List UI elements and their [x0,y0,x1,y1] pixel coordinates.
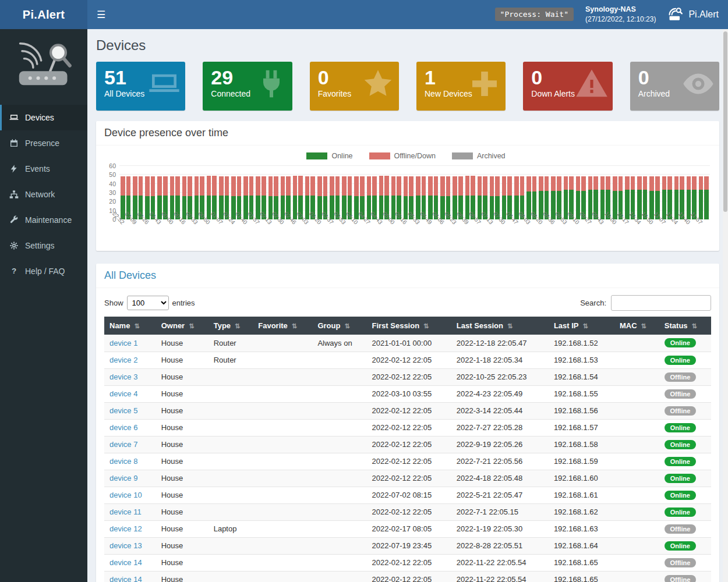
status-badge: Offline [665,558,696,567]
bar-segment-offline-down [564,176,568,190]
chart-bar-group [661,166,673,219]
legend-item-online[interactable]: Online [306,152,352,160]
chart-bar [428,166,433,219]
cell-type [208,402,253,419]
bar-segment-offline-down [593,176,598,190]
sidebar-item-network[interactable]: Network [0,182,87,207]
sidebar-item-maintenance[interactable]: Maintenance [0,207,87,233]
sidebar-item-label: Maintenance [25,215,72,225]
column-header-label: Type [214,321,231,330]
brand-logo[interactable]: Pi.Alert [0,0,87,29]
page-size-select[interactable]: 100 [127,296,169,310]
legend-swatch [452,152,473,159]
navbar-brand-right[interactable]: Pi.Alert [667,5,719,24]
chart-bar [404,166,408,219]
bar-segment-offline-down [502,176,507,195]
sidebar-item-presence[interactable]: Presence [0,130,87,156]
column-header-first-session[interactable]: First Session⇅ [366,317,451,335]
bar-segment-offline-down [212,176,217,196]
device-link[interactable]: device 3 [109,372,137,381]
chart-x-axis: 22:5223:0923:2623:4300:0000:1600:3300:50… [119,219,710,249]
chart-bar-group [119,166,132,219]
table-row: device 14House2022-02-12 22:052022-11-22… [104,554,711,571]
stat-card-all-devices[interactable]: 51All Devices [96,62,185,111]
stat-card-down-alerts[interactable]: 0Down Alerts [523,62,612,111]
brand-logo-text: Pi.Alert [23,8,65,22]
column-header-owner[interactable]: Owner⇅ [156,317,208,335]
cell-first-session: 2022-02-12 22:05 [366,571,451,582]
bar-segment-offline-down [268,176,273,196]
sort-icon: ⇅ [134,322,139,329]
table-row: device 8House2022-02-12 22:052022-7-21 2… [104,453,711,470]
column-header-favorite[interactable]: Favorite⇅ [253,317,312,335]
device-link[interactable]: device 4 [109,389,137,398]
column-header-status[interactable]: Status⇅ [659,317,711,335]
chart-bar-group [624,166,636,219]
cell-favorite [253,503,312,520]
device-link[interactable]: device 11 [109,508,142,516]
sidebar-item-help-faq[interactable]: ?Help / FAQ [0,258,87,284]
bar-segment-offline-down [649,176,654,191]
sidebar-item-label: Network [25,190,55,199]
cell-last-ip: 192.168.1.52 [549,335,614,352]
column-header-label: Favorite [258,321,288,330]
chart-bar-group [599,166,612,219]
sidebar-item-events[interactable]: Events [0,156,87,182]
chart-bar [293,166,298,219]
column-header-name[interactable]: Name⇅ [104,317,156,335]
column-header-type[interactable]: Type⇅ [208,317,253,335]
cell-type [208,436,253,453]
column-header-last-ip[interactable]: Last IP⇅ [549,317,614,335]
device-link[interactable]: device 10 [109,491,142,499]
cell-type: Router [208,335,253,352]
column-header-last-session[interactable]: Last Session⇅ [451,317,549,335]
chart-bar [145,166,150,219]
device-link[interactable]: device 12 [109,524,142,533]
stat-card-archived[interactable]: 0Archived [630,62,719,111]
table-search-input[interactable] [611,295,711,311]
status-badge: Online [665,508,696,517]
table-row: device 7House2022-02-12 22:052022-9-19 2… [104,436,711,453]
device-link[interactable]: device 5 [109,406,137,415]
stat-card-new-devices[interactable]: 1New Devices [416,62,506,111]
device-link[interactable]: device 13 [109,541,142,550]
stat-card-favorites[interactable]: 0Favorites [310,62,399,111]
device-link[interactable]: device 8 [109,457,137,466]
bar-segment-offline-down [133,176,137,195]
sidebar-item-devices[interactable]: Devices [0,105,87,130]
column-header-mac[interactable]: MAC⇅ [614,317,659,335]
sidebar-item-settings[interactable]: Settings [0,233,87,258]
cell-group [312,487,366,503]
cell-owner: House [156,368,208,385]
scrollbar-thumb[interactable] [723,31,727,212]
device-link[interactable]: device 6 [109,423,137,432]
bar-segment-offline-down [576,176,581,191]
vertical-scrollbar[interactable] [723,29,728,582]
cell-first-session: 2022-02-12 22:05 [366,436,451,453]
legend-item-archived[interactable]: Archived [452,152,506,160]
device-link[interactable]: device 9 [109,474,137,482]
table-row: device 2HouseRouter2022-02-12 22:052022-… [104,352,711,368]
bar-segment-offline-down [354,176,359,196]
cell-type [208,385,253,402]
eye-icon [682,68,715,100]
stat-card-connected[interactable]: 29Connected [203,62,292,111]
cell-name: device 8 [104,453,156,470]
device-link[interactable]: device 2 [109,356,137,364]
cell-last-session: 2022-10-25 22:05.23 [451,368,549,385]
cell-last-session: 2022-3-14 22:05.44 [451,402,549,419]
device-link[interactable]: device 14 [109,558,142,567]
device-link[interactable]: device 7 [109,440,137,449]
legend-label: Offline/Down [394,152,436,160]
sidebar-toggle-button[interactable]: ☰ [87,0,115,29]
device-link[interactable]: device 1 [109,339,137,347]
bar-segment-offline-down [379,176,384,196]
table-row: device 9House2022-02-12 22:052022-4-18 2… [104,470,711,487]
navbar-brand-label: Pi.Alert [688,9,719,20]
device-link[interactable]: device 14 [109,575,142,582]
chart-bar-group [550,166,562,219]
chart-bar [121,166,125,219]
cell-owner: House [156,537,208,554]
legend-item-offline-down[interactable]: Offline/Down [369,152,436,160]
column-header-group[interactable]: Group⇅ [312,317,366,335]
